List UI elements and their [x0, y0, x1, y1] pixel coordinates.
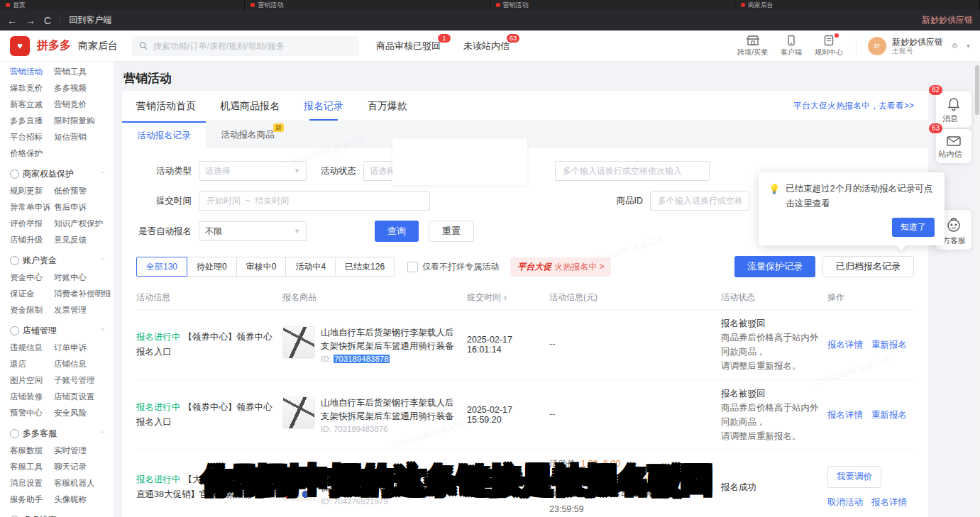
sidebar-item[interactable]: 图片空间 — [10, 372, 54, 389]
account-menu[interactable]: 妙 新妙妙供应链 主账号 ⚙ ▾ — [856, 37, 970, 55]
tab-百万爆款[interactable]: 百万爆款 — [368, 91, 407, 121]
sidebar-item[interactable]: 店铺装修 — [10, 389, 54, 405]
action-报名详情[interactable]: 报名详情 — [871, 496, 907, 508]
query-button[interactable]: 查询 — [375, 221, 419, 242]
action-重新报名[interactable]: 重新报名 — [871, 339, 907, 351]
sidebar-item[interactable] — [54, 145, 114, 162]
browser-tab[interactable]: 商家后台 — [735, 0, 980, 10]
sidebar-item[interactable]: 实时管理 — [54, 443, 114, 459]
activity-type-select[interactable]: 请选择▼ — [199, 161, 307, 181]
filter-chip[interactable]: 审核中0 — [236, 257, 287, 277]
activity-name-input[interactable] — [555, 161, 710, 181]
tooltip-ok-button[interactable]: 知道了 — [892, 218, 935, 237]
sidebar-item[interactable]: 异常单申诉 — [10, 199, 54, 216]
sidebar-item[interactable]: 限时限量购 — [54, 113, 114, 129]
action-报名详情[interactable]: 报名详情 — [827, 409, 863, 421]
scrollbar-thumb[interactable] — [975, 65, 979, 115]
cross-border-entry[interactable]: 跨境/买菜 — [737, 35, 768, 57]
sidebar-group-3[interactable]: 店铺管理⌃ — [10, 325, 114, 337]
sidebar-item[interactable]: 营销工具 — [54, 64, 114, 80]
product-title[interactable]: 山地自行车后货架钢行李架载人后支架快拆尾架后车篮通用骑行装备 — [321, 396, 460, 423]
sidebar-item[interactable]: 店铺升级 — [10, 232, 54, 248]
tab-机遇商品报名[interactable]: 机遇商品报名 — [220, 91, 280, 121]
sidebar-item[interactable]: 订单申诉 — [54, 340, 114, 356]
global-search[interactable] — [132, 36, 359, 56]
product-thumbnail[interactable] — [282, 396, 315, 429]
site-mail-widget[interactable]: 63 站内信 — [936, 129, 971, 163]
sort-icon[interactable]: ▲▼ — [503, 295, 507, 301]
sidebar-item[interactable]: 营销活动 — [10, 64, 54, 80]
sidebar-item[interactable]: 知识产权保护 — [54, 216, 114, 232]
sidebar-item[interactable]: 爆款竞价 — [10, 80, 54, 96]
sidebar-item[interactable]: 短信营销 — [54, 129, 114, 145]
browser-tab[interactable]: 首页 — [0, 0, 245, 10]
messages-widget[interactable]: 82 消息 — [936, 91, 971, 128]
sidebar-item[interactable]: 规则更新 — [10, 183, 54, 199]
scrollbar[interactable] — [974, 61, 980, 517]
sidebar-item[interactable]: 客服工具 — [10, 459, 54, 475]
sidebar-item[interactable]: 子账号管理 — [54, 372, 114, 389]
action-重新报名[interactable]: 重新报名 — [871, 409, 907, 421]
sidebar-item[interactable]: 安全风险 — [54, 405, 114, 421]
sidebar-item[interactable]: 低价预警 — [54, 183, 114, 199]
forward-icon[interactable]: → — [26, 15, 35, 26]
exclusive-filter-checkbox[interactable]: 仅看不打烊专属活动 — [407, 261, 499, 273]
action-取消活动[interactable]: 取消活动 — [827, 496, 863, 508]
product-id[interactable]: ID: 703189483876 — [321, 425, 460, 433]
sidebar-item[interactable]: 预警中心 — [10, 405, 54, 421]
browser-tab[interactable]: 营销活动 — [245, 0, 490, 10]
filter-chip[interactable]: 全部130 — [136, 257, 187, 277]
back-to-client-link[interactable]: 回到客户端 — [69, 14, 111, 26]
product-id[interactable]: ID: 704276921979 — [321, 497, 460, 506]
sidebar-item[interactable]: 新客立减 — [10, 96, 54, 113]
chevron-up-icon[interactable]: ⌃ — [99, 328, 105, 335]
sidebar-item[interactable]: 头像昵称 — [54, 491, 114, 508]
sidebar-item[interactable]: 发票管理 — [54, 302, 114, 318]
tab-营销活动首页[interactable]: 营销活动首页 — [136, 91, 196, 121]
sidebar-item[interactable]: 对账中心 — [54, 269, 114, 286]
filter-chip[interactable]: 已结束126 — [335, 257, 395, 277]
archived-records-button[interactable]: 已归档报名记录 — [822, 256, 914, 277]
browser-profile-label[interactable]: 新妙妙供应链 — [922, 14, 973, 26]
browser-tab[interactable]: 营销活动 — [490, 0, 735, 10]
filter-chip[interactable]: 待处理0 — [187, 257, 237, 277]
sidebar-group-1[interactable]: 商家权益保护⌃ — [10, 168, 114, 180]
product-thumbnail[interactable] — [282, 326, 315, 359]
product-title[interactable]: 儿童滑步平衡车护胸车把防撞把立保护套饰熊猫玩偶卡通公仔把手装 — [321, 468, 460, 495]
sidebar-group-2[interactable]: 账户资金⌃ — [10, 255, 114, 267]
sidebar-item[interactable]: 资金中心 — [10, 269, 54, 286]
unread-messages-link[interactable]: 未读站内信63 — [463, 40, 510, 52]
filter-chip[interactable]: 活动中4 — [285, 257, 336, 277]
sidebar-item[interactable]: 售后申诉 — [54, 199, 114, 216]
sidebar-item[interactable]: 消费者补偿明细 — [54, 286, 114, 302]
sidebar-item[interactable]: 价格保护 — [10, 145, 54, 162]
chevron-down-icon[interactable]: ▾ — [967, 42, 970, 50]
subtab-activity-goods[interactable]: 活动报名商品新 — [206, 121, 290, 148]
chevron-up-icon[interactable]: ⌃ — [99, 171, 105, 178]
subtab-activity-records[interactable]: 活动报名记录 — [122, 121, 206, 148]
sidebar-item[interactable]: 多多直播 — [10, 113, 54, 129]
traffic-protection-button[interactable]: 流量保护记录 — [734, 256, 815, 277]
chevron-up-icon[interactable]: ⌃ — [99, 430, 105, 438]
sidebar-item[interactable]: 多多视频 — [54, 80, 114, 96]
product-id[interactable]: ID: 703189483878 — [321, 355, 460, 363]
sidebar-group-4[interactable]: 多多客服⌃ — [10, 428, 114, 440]
sidebar-item[interactable]: 评价举报 — [10, 216, 54, 232]
reset-button[interactable]: 重置 — [429, 221, 474, 242]
back-icon[interactable]: ← — [7, 15, 17, 26]
platform-promo-pill[interactable]: 平台大促火热报名中 > — [510, 257, 611, 277]
sidebar-item[interactable]: 消息设置 — [10, 475, 54, 491]
sidebar-item[interactable]: 退店 — [10, 356, 54, 372]
action-报名详情[interactable]: 报名详情 — [827, 339, 863, 351]
sidebar-item[interactable]: 服务助手 — [10, 491, 54, 508]
sidebar-item[interactable]: 平台招标 — [10, 129, 54, 145]
rules-center-entry[interactable]: 规则中心 — [815, 35, 843, 57]
submit-time-range-input[interactable] — [199, 191, 430, 211]
action-我要调价[interactable]: 我要调价 — [827, 466, 881, 488]
reload-icon[interactable]: C — [44, 15, 51, 26]
sidebar-item[interactable]: 违规信息 — [10, 340, 54, 356]
tab-报名记录[interactable]: 报名记录 — [304, 91, 343, 121]
sidebar-item[interactable]: 营销竞价 — [54, 96, 114, 113]
client-app-entry[interactable]: 客户端 — [781, 35, 802, 57]
sidebar-item[interactable]: 保证金 — [10, 286, 54, 302]
